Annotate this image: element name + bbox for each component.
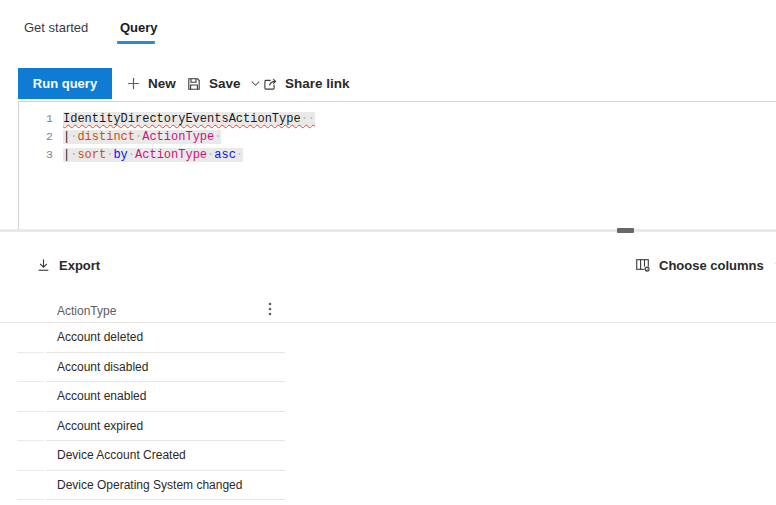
pane-splitter[interactable] (0, 229, 776, 232)
actiontype-cell: Account expired (46, 412, 285, 442)
code-line[interactable]: 3|·sort·by·ActionType·asc· (19, 146, 776, 164)
actiontype-cell: Device Account Created (46, 441, 285, 471)
table-row[interactable]: Device Operating System changed (0, 471, 776, 501)
choose-columns-label: Choose columns (659, 258, 764, 273)
share-link-button[interactable]: Share link (262, 68, 350, 99)
row-gutter-cell (17, 323, 44, 353)
line-number: 3 (19, 146, 63, 164)
code-text: IdentityDirectoryEventsActionType·· (63, 112, 315, 126)
actiontype-value: Account disabled (57, 360, 148, 374)
download-icon (36, 257, 51, 273)
tab-get-started[interactable]: Get started (24, 20, 88, 35)
actiontype-cell: Account deleted (46, 323, 285, 353)
splitter-drag-handle[interactable] (617, 228, 634, 233)
row-gutter-cell (17, 471, 44, 501)
new-label: New (148, 76, 176, 91)
actiontype-value: Account deleted (57, 330, 143, 344)
run-query-button[interactable]: Run query (18, 68, 112, 99)
share-icon (262, 76, 278, 92)
actiontype-value: Device Operating System changed (57, 478, 242, 492)
row-gutter-cell (17, 382, 44, 412)
column-header-actiontype[interactable]: ActionType (57, 304, 116, 318)
row-gutter-cell (17, 353, 44, 383)
code-line[interactable]: 2|·distinct·ActionType· (19, 128, 776, 146)
export-label: Export (59, 258, 100, 273)
editor-lines: 1IdentityDirectoryEventsActionType··2|·d… (19, 110, 776, 164)
table-row[interactable]: Account enabled (0, 382, 776, 412)
actiontype-value: Account expired (57, 419, 143, 433)
actiontype-cell: Account disabled (46, 353, 285, 383)
code-text: |·distinct·ActionType· (63, 130, 221, 144)
row-gutter-cell (17, 441, 44, 471)
chevron-down-icon[interactable] (250, 78, 261, 89)
choose-columns-icon (635, 257, 651, 273)
code-text: |·sort·by·ActionType·asc· (63, 148, 243, 162)
actiontype-cell: Device Operating System changed (46, 471, 285, 501)
line-number: 1 (19, 110, 63, 128)
export-button[interactable]: Export (36, 254, 100, 276)
results-table: Account deletedAccount disabledAccount e… (0, 323, 776, 500)
tab-query[interactable]: Query (120, 20, 158, 35)
active-tab-underline (117, 41, 155, 44)
query-editor[interactable]: 1IdentityDirectoryEventsActionType··2|·d… (18, 101, 776, 229)
actiontype-value: Account enabled (57, 389, 146, 403)
table-row[interactable]: Device Account Created (0, 441, 776, 471)
advanced-hunting-query-page: { "colors": { "accent": "#2b88d8", "acce… (0, 0, 776, 505)
code-line[interactable]: 1IdentityDirectoryEventsActionType·· (19, 110, 776, 128)
row-gutter-cell (17, 412, 44, 442)
save-label: Save (209, 76, 241, 91)
table-row[interactable]: Account disabled (0, 353, 776, 383)
choose-columns-button[interactable]: Choose columns (635, 255, 776, 275)
plus-icon (126, 76, 141, 91)
save-button[interactable]: Save (186, 68, 261, 99)
actiontype-cell: Account enabled (46, 382, 285, 412)
share-link-label: Share link (285, 76, 350, 91)
save-icon (186, 76, 202, 92)
table-row[interactable]: Account expired (0, 412, 776, 442)
column-menu-kebab-icon[interactable] (263, 301, 277, 317)
line-number: 2 (19, 128, 63, 146)
new-query-button[interactable]: New (126, 68, 176, 99)
table-row[interactable]: Account deleted (0, 323, 776, 353)
actiontype-value: Device Account Created (57, 448, 186, 462)
